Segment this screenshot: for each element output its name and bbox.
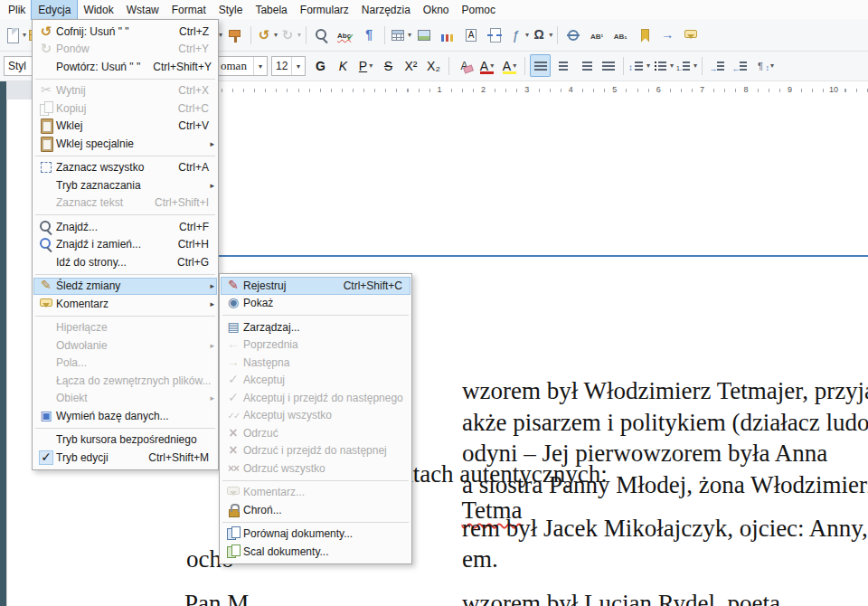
insert-page-break-button[interactable] (484, 24, 505, 47)
text-line[interactable]: Marysia – Jej pierwowzorem była Maria Mi… (136, 588, 587, 606)
menubar-item[interactable]: Narzędzia (355, 0, 417, 19)
edit-menu-item[interactable]: Zaznacz wszystko Ctrl+A (33, 159, 217, 177)
edit-menu-item[interactable]: Wymień bazę danych... (33, 407, 217, 425)
chevron-down-icon[interactable]: ▾ (525, 31, 529, 39)
chevron-down-icon[interactable]: ▾ (513, 62, 516, 70)
insert-field-button[interactable]: ▾ (507, 24, 529, 47)
insert-text-box-button[interactable] (460, 24, 482, 47)
track-changes-menu-item[interactable]: Akceptuj (221, 372, 410, 390)
increase-indent-button[interactable] (707, 54, 728, 77)
undo-button[interactable]: ▾ (256, 24, 278, 47)
menubar-item[interactable]: Formularz (294, 0, 355, 19)
align-right-button[interactable] (575, 54, 596, 77)
edit-menu-item[interactable]: Zaznacz tekst Ctrl+Shift+I (33, 194, 217, 213)
edit-menu-item[interactable]: Tryb kursora bezpośredniego (33, 431, 217, 450)
line-spacing-button[interactable]: ▾ (628, 54, 650, 77)
track-changes-menu-item[interactable]: Pokaż (221, 295, 410, 313)
menubar-item[interactable]: Okno (417, 0, 456, 19)
superscript-button[interactable]: X² (401, 54, 421, 77)
clone-formatting-button[interactable] (224, 24, 246, 47)
insert-image-button[interactable] (413, 24, 435, 47)
bold-button[interactable]: G (310, 54, 331, 77)
menubar-item[interactable]: Widok (77, 0, 119, 19)
edit-menu-item[interactable]: Komentarz ▸ (33, 295, 217, 313)
edit-menu-item[interactable]: Śledź zmiany ▸ (33, 278, 217, 296)
insert-footnote-button[interactable] (586, 24, 608, 47)
track-changes-menu-item[interactable]: Chroń... (221, 501, 410, 519)
align-justify-button[interactable] (598, 54, 618, 77)
insert-bookmark-button[interactable] (633, 24, 655, 47)
bullet-list-button[interactable]: ▾ (652, 54, 674, 77)
strikethrough-button[interactable]: S (378, 54, 399, 77)
find-replace-button[interactable] (311, 24, 333, 47)
chevron-down-icon[interactable]: ▾ (274, 31, 278, 39)
menubar-item[interactable]: Style (212, 0, 250, 19)
edit-menu-item[interactable]: Tryb zaznaczania ▸ (33, 176, 217, 194)
track-changes-menu-item[interactable]: Następna (221, 354, 410, 372)
highlight-color-button[interactable]: A ▾ (499, 54, 520, 77)
clear-formatting-button[interactable] (454, 54, 475, 77)
font-size-combo[interactable]: 12 ▾ (271, 56, 306, 76)
track-changes-menu-item[interactable]: Porównaj dokumenty... (221, 526, 410, 544)
new-document-button[interactable]: ▾ (5, 24, 26, 47)
menubar-item[interactable]: Plik (2, 0, 32, 19)
edit-menu-item[interactable]: Wklej specjalnie ▸ (33, 135, 217, 153)
edit-menu-item[interactable]: Powtórz: Usuń " " Ctrl+Shift+Y (33, 58, 217, 76)
chevron-down-icon[interactable]: ▾ (549, 31, 552, 39)
insert-comment-button[interactable] (680, 24, 702, 47)
insert-special-character-button[interactable]: ▾ (531, 24, 552, 47)
underline-button[interactable]: P ▾ (355, 54, 376, 77)
menubar-item[interactable]: Pomoc (456, 0, 502, 19)
edit-menu-item[interactable]: Hiperłącze (33, 319, 217, 337)
edit-menu-item[interactable]: Tryb edycji Ctrl+Shift+M (33, 449, 217, 467)
menubar-item[interactable]: Wstaw (120, 0, 165, 19)
edit-menu-item[interactable]: Odwołanie ▸ (33, 336, 217, 355)
decrease-indent-button[interactable] (730, 54, 750, 77)
redo-button[interactable]: ▾ (279, 24, 301, 47)
edit-menu-item[interactable]: Znajdź... Ctrl+F (33, 218, 217, 236)
chevron-down-icon[interactable]: ▾ (693, 62, 697, 70)
edit-menu-item[interactable]: Znajdź i zamień... Ctrl+H (33, 236, 217, 254)
align-center-button[interactable] (552, 54, 573, 77)
chevron-down-icon[interactable]: ▾ (490, 62, 494, 70)
spelling-button[interactable] (335, 24, 356, 47)
font-color-button[interactable]: A ▾ (476, 54, 497, 77)
insert-hyperlink-button[interactable] (562, 24, 584, 47)
edit-menu-item[interactable]: Ponów Ctrl+Y (33, 41, 217, 59)
edit-menu-item[interactable]: Wytnij Ctrl+X (33, 82, 217, 100)
formatting-marks-button[interactable] (358, 24, 380, 47)
track-changes-menu-item[interactable]: Zarządzaj... (221, 318, 410, 336)
edit-menu-item[interactable]: Wklej Ctrl+V (33, 118, 217, 136)
track-changes-menu-item[interactable]: Scal dokumenty... (221, 543, 410, 561)
menubar-item[interactable]: Format (165, 0, 212, 19)
edit-menu-item[interactable]: Pola... (33, 355, 217, 373)
insert-cross-reference-button[interactable] (656, 24, 678, 47)
track-changes-menu-item[interactable]: Rejestruj Ctrl+Shift+C (221, 277, 410, 295)
paragraph-spacing-button[interactable]: ▾ (752, 54, 774, 77)
chevron-down-icon[interactable]: ▾ (297, 31, 301, 39)
edit-menu-item[interactable]: Obiekt ▸ (33, 390, 217, 408)
chevron-down-icon[interactable]: ▾ (23, 31, 26, 39)
chevron-down-icon[interactable]: ▾ (770, 62, 774, 70)
chevron-down-icon[interactable]: ▾ (646, 62, 650, 70)
menubar-item[interactable]: Tabela (249, 0, 293, 19)
edit-menu-item[interactable]: Kopiuj Ctrl+C (33, 99, 217, 118)
chevron-down-icon[interactable]: ▾ (369, 62, 373, 70)
insert-table-button[interactable]: ▾ (390, 24, 411, 47)
edit-menu-item[interactable]: Idź do strony... Ctrl+G (33, 253, 217, 271)
menubar-item[interactable]: Edycja (32, 0, 77, 19)
align-left-button[interactable] (530, 54, 551, 77)
chevron-down-icon[interactable]: ▾ (219, 31, 222, 39)
track-changes-menu-item[interactable]: Odrzuć (221, 424, 410, 442)
numbered-list-button[interactable]: ▾ (675, 54, 697, 77)
italic-button[interactable]: K (333, 54, 354, 77)
track-changes-menu-item[interactable]: Odrzuć wszystko (221, 459, 410, 478)
track-changes-menu-item[interactable]: Poprzednia (221, 336, 410, 355)
edit-menu-item[interactable]: Cofnij: Usuń " " Ctrl+Z (33, 23, 217, 41)
chevron-down-icon[interactable]: ▾ (253, 57, 267, 75)
insert-chart-button[interactable] (437, 24, 458, 47)
track-changes-menu-item[interactable]: Akceptuj wszystko (221, 407, 410, 425)
track-changes-menu-item[interactable]: Komentarz... (221, 484, 410, 502)
track-changes-menu-item[interactable]: Odrzuć i przejdź do następnej (221, 442, 410, 460)
chevron-down-icon[interactable]: ▾ (408, 31, 411, 39)
